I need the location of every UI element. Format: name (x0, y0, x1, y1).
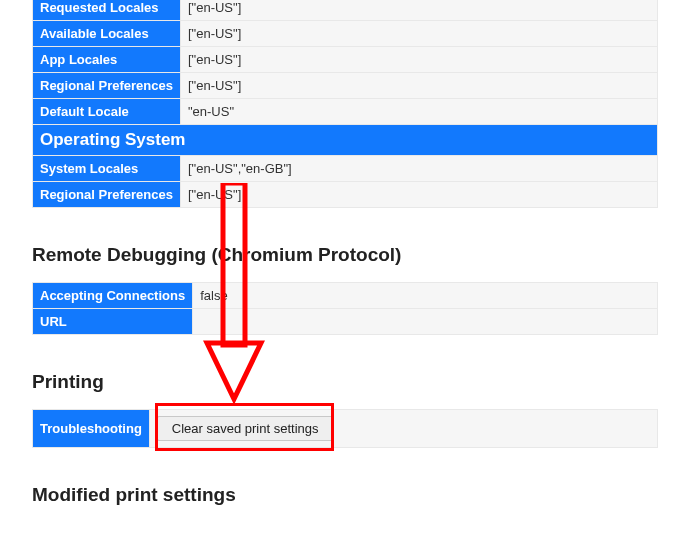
row-label: Accepting Connections (33, 283, 193, 309)
annotation-highlight-box (155, 403, 334, 451)
modified-print-settings-title: Modified print settings (32, 484, 658, 506)
row-value: ["en-US"] (180, 47, 657, 73)
troubleshooting-label: Troubleshooting (33, 410, 150, 448)
row-default-locale: Default Locale"en-US" (33, 99, 658, 125)
row-os-header: Operating System (33, 125, 658, 156)
row-url: URL (33, 309, 658, 335)
row-label: Requested Locales (33, 0, 181, 21)
row-value: ["en-US"] (180, 0, 657, 21)
row-value: ["en-US"] (180, 21, 657, 47)
row-label: URL (33, 309, 193, 335)
row-value: ["en-US","en-GB"] (180, 156, 657, 182)
row-label: System Locales (33, 156, 181, 182)
row-available-locales: Available Locales["en-US"] (33, 21, 658, 47)
row-label: Regional Preferences (33, 73, 181, 99)
os-section-header: Operating System (33, 125, 658, 156)
row-troubleshooting: Troubleshooting Clear saved print settin… (33, 410, 658, 448)
row-app-locales: App Locales["en-US"] (33, 47, 658, 73)
printing-table: Troubleshooting Clear saved print settin… (32, 409, 658, 448)
row-value: false (193, 283, 658, 309)
row-system-locales: System Locales["en-US","en-GB"] (33, 156, 658, 182)
row-value (193, 309, 658, 335)
row-requested-locales: Requested Locales["en-US"] (33, 0, 658, 21)
row-regional-preferences: Regional Preferences["en-US"] (33, 73, 658, 99)
row-value: "en-US" (180, 99, 657, 125)
row-value: ["en-US"] (180, 182, 657, 208)
row-accepting-connections: Accepting Connectionsfalse (33, 283, 658, 309)
row-value: ["en-US"] (180, 73, 657, 99)
remote-debug-table: Accepting Connectionsfalse URL (32, 282, 658, 335)
row-label: App Locales (33, 47, 181, 73)
printing-title: Printing (32, 371, 658, 393)
row-label: Regional Preferences (33, 182, 181, 208)
remote-debug-title: Remote Debugging (Chromium Protocol) (32, 244, 658, 266)
row-label: Default Locale (33, 99, 181, 125)
locales-table: Requested Locales["en-US"] Available Loc… (32, 0, 658, 208)
row-label: Available Locales (33, 21, 181, 47)
row-os-regional-preferences: Regional Preferences["en-US"] (33, 182, 658, 208)
